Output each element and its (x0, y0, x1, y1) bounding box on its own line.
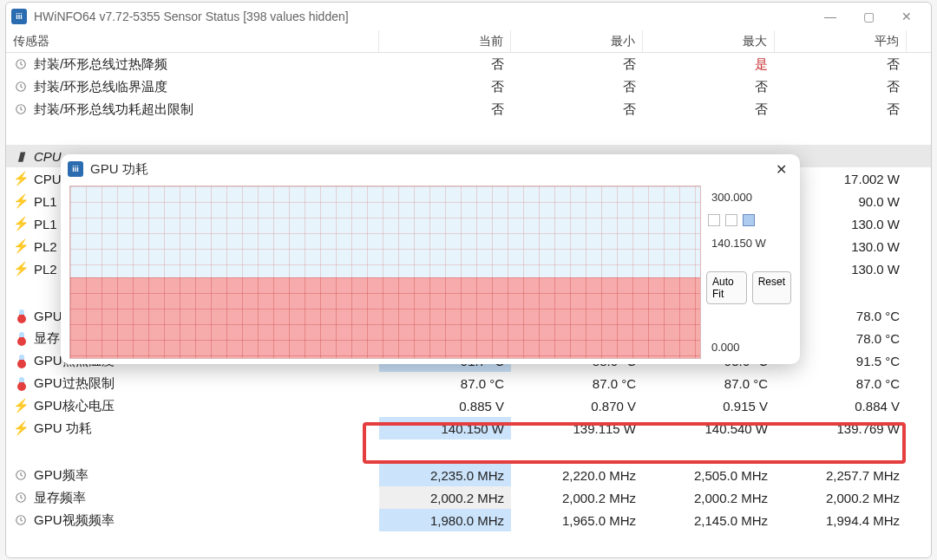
bolt-icon: ⚡ (13, 216, 29, 231)
bolt-icon: ⚡ (13, 420, 29, 436)
close-icon[interactable]: ✕ (769, 157, 793, 181)
bolt-icon: ⚡ (13, 171, 29, 186)
table-row[interactable]: GPU视频频率 1,980.0 MHz 1,965.0 MHz 2,145.0 … (6, 509, 931, 531)
close-button[interactable]: ✕ (888, 4, 926, 29)
table-row[interactable]: GPU过热限制 87.0 °C 87.0 °C 87.0 °C 87.0 °C (6, 372, 931, 394)
app-icon: iii (11, 9, 27, 24)
col-avg[interactable]: 平均 (775, 30, 907, 52)
clock-icon (13, 469, 29, 481)
clock-icon (13, 58, 29, 70)
col-min[interactable]: 最小 (511, 30, 643, 52)
thermometer-icon (13, 332, 29, 344)
thermometer-icon (13, 309, 29, 322)
minimize-button[interactable]: — (811, 4, 849, 29)
table-row[interactable]: 封装/环形总线功耗超出限制 否 否 否 否 (6, 98, 931, 120)
graph-popup: iii GPU 功耗 ✕ 300.000 140.150 W Auto Fit … (61, 154, 800, 364)
row-gpu-power[interactable]: ⚡GPU 功耗 140.150 W 139.115 W 140.540 W 13… (6, 417, 931, 440)
table-row[interactable]: 封装/环形总线过热降频 否 否 是 否 (6, 53, 931, 75)
legend-swatch[interactable] (725, 214, 737, 226)
graph-area[interactable] (69, 186, 701, 359)
clock-icon (13, 103, 29, 115)
y-min-label: 0.000 (706, 337, 791, 357)
table-row[interactable]: GPU频率 2,235.0 MHz 2,220.0 MHz 2,505.0 MH… (6, 464, 931, 486)
thermometer-icon (13, 355, 29, 367)
bolt-icon: ⚡ (13, 238, 29, 254)
col-current[interactable]: 当前 (379, 30, 511, 52)
bolt-icon: ⚡ (13, 193, 29, 209)
window-title: HWiNFO64 v7.72-5355 Sensor Status [398 v… (34, 10, 349, 23)
legend-swatch[interactable] (708, 214, 720, 226)
legend-swatch[interactable] (743, 214, 755, 226)
table-row[interactable]: ⚡GPU核心电压 0.885 V 0.870 V 0.915 V 0.884 V (6, 394, 931, 417)
maximize-button[interactable]: ▢ (849, 4, 888, 29)
table-row[interactable]: 显存频率 2,000.2 MHz 2,000.2 MHz 2,000.2 MHz… (6, 486, 931, 509)
popup-titlebar[interactable]: iii GPU 功耗 ✕ (61, 154, 800, 184)
clock-icon (13, 81, 29, 93)
thermometer-icon (13, 377, 29, 389)
app-icon: iii (68, 161, 83, 177)
reset-button[interactable]: Reset (752, 271, 791, 304)
window-controls: — ▢ ✕ (811, 4, 926, 29)
popup-title: GPU 功耗 (90, 161, 148, 178)
graph-fill (70, 277, 700, 358)
auto-fit-button[interactable]: Auto Fit (706, 271, 747, 304)
bolt-icon: ⚡ (13, 398, 29, 413)
bolt-icon: ⚡ (13, 261, 29, 277)
table-row[interactable]: 封装/环形总线临界温度 否 否 否 否 (6, 75, 931, 98)
column-headers: 传感器 当前 最小 最大 平均 (6, 30, 931, 53)
y-max-label: 300.000 (706, 187, 791, 207)
titlebar: iii HWiNFO64 v7.72-5355 Sensor Status [3… (6, 3, 931, 30)
current-value-label: 140.150 W (706, 233, 791, 253)
chip-icon: ▮ (13, 148, 29, 164)
col-max[interactable]: 最大 (643, 30, 775, 52)
clock-icon (13, 514, 29, 526)
clock-icon (13, 492, 29, 504)
legend (706, 211, 791, 230)
graph-side-panel: 300.000 140.150 W Auto Fit Reset 0.000 (706, 186, 795, 359)
col-sensor[interactable]: 传感器 (6, 30, 379, 52)
